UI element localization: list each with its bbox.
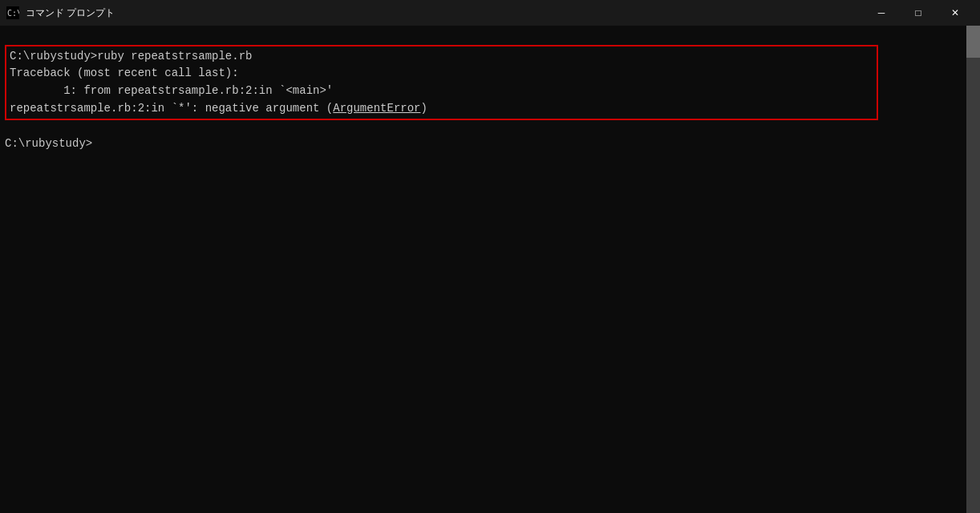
error-block: C:\rubystudy>ruby repeatstrsample.rb Tra… [5, 45, 962, 121]
output-line1: C:\rubystudy>ruby repeatstrsample.rb [10, 50, 252, 63]
window-title: コマンド プロンプト [26, 6, 863, 20]
scrollbar[interactable] [966, 26, 980, 513]
content-area: C:\rubystudy>ruby repeatstrsample.rb Tra… [0, 26, 980, 513]
close-button[interactable]: ✕ [937, 0, 974, 26]
prompt-line: C:\rubystudy> [5, 136, 962, 152]
terminal-output[interactable]: C:\rubystudy>ruby repeatstrsample.rb Tra… [0, 26, 966, 513]
maximize-button[interactable]: □ [900, 0, 937, 26]
output-line2: Traceback (most recent call last): [10, 67, 239, 79]
scrollbar-thumb[interactable] [966, 26, 980, 58]
window-controls: ─ □ ✕ [863, 0, 974, 26]
svg-text:C:\: C:\ [7, 9, 19, 18]
title-bar: C:\ コマンド プロンプト ─ □ ✕ [0, 0, 980, 26]
minimize-button[interactable]: ─ [863, 0, 900, 26]
output-line3: 1: from repeatstrsample.rb:2:in `<main>' [10, 84, 333, 97]
output-line4: repeatstrsample.rb:2:in `*': negative ar… [10, 102, 427, 115]
cmd-icon: C:\ [6, 6, 19, 19]
cmd-window: C:\ コマンド プロンプト ─ □ ✕ C:\rubystudy>ruby r… [0, 0, 980, 513]
